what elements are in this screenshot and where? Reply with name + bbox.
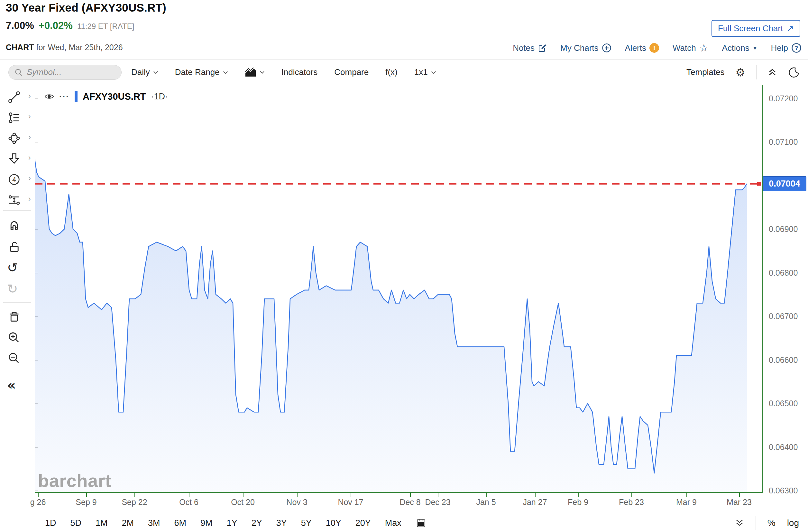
collapse-sidebar-button[interactable]: « bbox=[7, 378, 26, 392]
range-9m-button[interactable]: 9M bbox=[200, 518, 213, 528]
fx-label: f(x) bbox=[385, 67, 398, 77]
expand-chevron[interactable]: › bbox=[28, 174, 31, 183]
delete-drawings-button[interactable] bbox=[7, 310, 26, 324]
compare-button[interactable]: Compare bbox=[334, 67, 369, 77]
chevron-down-icon bbox=[431, 71, 436, 74]
redo-button[interactable]: ↻ bbox=[7, 282, 26, 296]
annotation-tool-button[interactable]: 4 › bbox=[7, 172, 26, 186]
eye-visibility-icon[interactable] bbox=[44, 93, 54, 100]
chart-for-date: for Wed, Mar 25th, 2026 bbox=[34, 43, 123, 52]
full-screen-chart-button[interactable]: Full Screen Chart ↗ bbox=[712, 20, 800, 37]
shapes-icon bbox=[7, 131, 21, 145]
symbol-search-input[interactable]: Symbol... bbox=[8, 65, 122, 80]
x-axis-tick-label: Mar 23 bbox=[727, 498, 752, 507]
zoom-in-button[interactable] bbox=[7, 331, 26, 345]
y-axis-tick-label: 0.06300 bbox=[769, 486, 798, 495]
fx-button[interactable]: f(x) bbox=[385, 67, 398, 77]
fibonacci-tool-button[interactable]: › bbox=[7, 111, 26, 125]
plus-circle-icon bbox=[602, 43, 611, 53]
area-chart-type-icon bbox=[245, 68, 256, 77]
range-1m-button[interactable]: 1M bbox=[95, 518, 108, 528]
y-axis-tick-label: 0.06700 bbox=[769, 312, 798, 321]
log-scale-button[interactable]: log bbox=[787, 518, 799, 528]
indicators-label: Indicators bbox=[281, 67, 318, 77]
double-chevron-left-icon: « bbox=[7, 379, 16, 392]
alert-badge-icon: ! bbox=[649, 43, 659, 53]
my-charts-link[interactable]: My Charts bbox=[560, 43, 611, 53]
magnet-icon bbox=[7, 219, 21, 234]
external-link-icon: ↗ bbox=[787, 23, 794, 34]
range-2y-button[interactable]: 2Y bbox=[252, 518, 262, 528]
range-max-button[interactable]: Max bbox=[385, 518, 401, 528]
range-3m-button[interactable]: 3M bbox=[148, 518, 160, 528]
legend-period: ·1D· bbox=[151, 92, 168, 102]
expand-chevron[interactable]: › bbox=[28, 153, 31, 162]
indicators-button[interactable]: Indicators bbox=[281, 67, 318, 77]
expand-chevron[interactable]: › bbox=[28, 112, 31, 121]
measure-tool-button[interactable]: › bbox=[7, 193, 26, 207]
x-axis-tick-label: Dec 8 bbox=[400, 498, 420, 507]
arrow-marker-tool-button[interactable]: › bbox=[7, 152, 26, 166]
symbol-search-placeholder: Symbol... bbox=[27, 67, 61, 77]
trash-icon bbox=[7, 310, 21, 324]
settings-gear-icon[interactable]: ⚙ bbox=[736, 66, 745, 79]
trendline-tool-button[interactable]: › bbox=[7, 90, 26, 104]
calendar-icon[interactable] bbox=[416, 517, 426, 529]
actions-link[interactable]: Actions ▼ bbox=[722, 43, 757, 53]
help-link[interactable]: Help ? bbox=[771, 43, 802, 53]
undo-button[interactable]: ↺ bbox=[7, 260, 26, 275]
range-1y-button[interactable]: 1Y bbox=[227, 518, 237, 528]
range-10y-button[interactable]: 10Y bbox=[326, 518, 341, 528]
templates-label: Templates bbox=[686, 67, 725, 77]
range-1d-button[interactable]: 1D bbox=[45, 518, 56, 528]
full-screen-chart-label: Full Screen Chart bbox=[718, 23, 783, 34]
magnet-mode-button[interactable] bbox=[7, 219, 26, 234]
sidebar-divider bbox=[3, 210, 31, 211]
y-axis-tick-label: 0.06400 bbox=[769, 443, 798, 452]
alerts-label: Alerts bbox=[625, 43, 646, 53]
legend-menu-dots-icon[interactable]: ··· bbox=[59, 92, 70, 102]
y-axis-labels[interactable]: 0.072000.071000.069000.068000.067000.066… bbox=[763, 85, 807, 493]
watch-label: Watch bbox=[673, 43, 696, 53]
collapse-toolbar-icon[interactable] bbox=[768, 68, 777, 76]
lock-drawings-button[interactable] bbox=[7, 240, 26, 254]
chart-type-dropdown[interactable] bbox=[245, 68, 265, 77]
x-axis-tick-label: Jan 27 bbox=[523, 498, 547, 507]
chevron-down-icon bbox=[153, 71, 158, 74]
range-3y-button[interactable]: 3Y bbox=[276, 518, 287, 528]
watch-link[interactable]: Watch ☆ bbox=[673, 42, 708, 54]
arrow-down-icon bbox=[7, 152, 21, 166]
range-5d-button[interactable]: 5D bbox=[70, 518, 82, 528]
percent-scale-button[interactable]: % bbox=[768, 518, 775, 528]
alerts-link[interactable]: Alerts ! bbox=[625, 43, 659, 53]
price-chart[interactable] bbox=[35, 85, 762, 493]
y-axis-tick-label: 0.07100 bbox=[769, 137, 798, 147]
expand-chevron[interactable]: › bbox=[28, 91, 31, 100]
expand-chevron[interactable]: › bbox=[28, 132, 31, 142]
grid-layout-dropdown[interactable]: 1x1 bbox=[414, 67, 436, 77]
range-2m-button[interactable]: 2M bbox=[122, 518, 134, 528]
zoom-out-icon bbox=[7, 351, 21, 365]
zoom-out-button[interactable] bbox=[7, 351, 26, 365]
x-axis-tick-label: Nov 17 bbox=[338, 498, 363, 507]
dark-mode-moon-icon[interactable] bbox=[788, 67, 800, 78]
templates-button[interactable]: Templates bbox=[686, 67, 725, 77]
range-6m-button[interactable]: 6M bbox=[175, 518, 187, 528]
shapes-tool-button[interactable]: › bbox=[7, 131, 26, 145]
date-range-dropdown[interactable]: Date Range bbox=[175, 67, 228, 77]
x-axis-tick-label: Feb 23 bbox=[619, 498, 644, 507]
y-axis-tick-label: 0.06800 bbox=[769, 268, 798, 278]
notes-link[interactable]: Notes bbox=[513, 43, 547, 53]
x-axis-tick bbox=[86, 493, 87, 497]
x-axis-tick bbox=[486, 493, 486, 497]
frequency-dropdown[interactable]: Daily bbox=[131, 67, 158, 77]
x-axis-tick bbox=[739, 493, 740, 497]
range-20y-button[interactable]: 20Y bbox=[355, 518, 371, 528]
expand-chevron[interactable]: › bbox=[28, 194, 31, 203]
double-chevron-down-icon[interactable] bbox=[735, 519, 744, 527]
x-axis-tick bbox=[134, 493, 135, 497]
range-5y-button[interactable]: 5Y bbox=[301, 518, 312, 528]
x-axis-tick-label: Mar 9 bbox=[676, 498, 697, 507]
trendline-icon bbox=[7, 90, 21, 104]
x-axis-tick-label: Jan 5 bbox=[476, 498, 496, 507]
